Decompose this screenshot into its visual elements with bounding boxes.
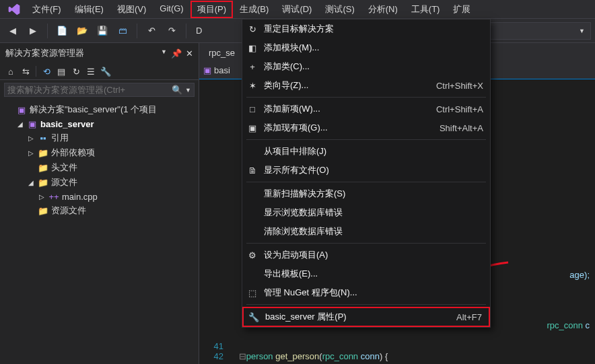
menu-item[interactable]: 导出模板(E)... <box>242 264 490 283</box>
home-icon[interactable]: ⌂ <box>4 65 18 78</box>
save-all-icon[interactable]: 🗃 <box>114 22 131 40</box>
menu-item[interactable]: 清除浏览数据库错误 <box>242 222 490 241</box>
menu-item-icon: ↻ <box>246 23 258 35</box>
nav-back-icon[interactable]: ◀ <box>4 22 22 40</box>
menu-item-label: 添加类(C)... <box>264 61 467 73</box>
menu-调试[interactable]: 调试(D) <box>275 1 318 18</box>
solution-tree: ▣ 解决方案"basic_server"(1 个项目 ◢ ▣ basic_ser… <box>0 100 199 221</box>
solution-node[interactable]: ▣ 解决方案"basic_server"(1 个项目 <box>0 102 199 117</box>
show-all-icon[interactable]: ☰ <box>84 65 98 78</box>
undo-icon[interactable]: ↶ <box>143 22 160 40</box>
menu-item[interactable]: ⬚管理 NuGet 程序包(N)... <box>242 283 490 302</box>
menu-item[interactable]: ⚙设为启动项目(A) <box>242 246 490 264</box>
nav-fwd-icon[interactable]: ▶ <box>24 22 42 40</box>
menu-item[interactable]: 🔧basic_server 属性(P)Alt+F7 <box>242 307 490 327</box>
menu-item[interactable]: □添加新项(W)...Ctrl+Shift+A <box>242 100 490 118</box>
collapse-icon[interactable]: ⊟ <box>239 351 246 361</box>
chevron-down-icon[interactable]: ▼ <box>185 87 191 94</box>
resources-node[interactable]: 📁 资源文件 <box>0 203 199 218</box>
line-number: 42 <box>205 351 223 361</box>
headers-node[interactable]: 📁 头文件 <box>0 160 199 175</box>
menu-item[interactable]: ✶类向导(Z)...Ctrl+Shift+X <box>242 76 490 95</box>
menu-item-icon: + <box>246 61 258 73</box>
menu-扩展[interactable]: 扩展 <box>446 1 477 18</box>
solution-label: 解决方案"basic_server"(1 个项目 <box>30 104 157 116</box>
menu-separator <box>246 243 486 244</box>
menu-item-label: 重新扫描解决方案(S) <box>264 188 467 200</box>
menu-item-icon: ◧ <box>246 42 258 54</box>
menu-item-icon <box>246 225 258 238</box>
menu-item-label: 添加新项(W)... <box>264 103 420 115</box>
refresh-icon[interactable]: ↻ <box>69 65 83 78</box>
headers-label: 头文件 <box>51 161 77 174</box>
menu-item[interactable]: 显示浏览数据库错误 <box>242 203 490 222</box>
menu-生成[interactable]: 生成(B) <box>233 1 275 18</box>
doc-name: basi <box>214 65 230 75</box>
menu-item-label: 重定目标解决方案 <box>264 23 467 35</box>
external-node[interactable]: ▷ 📁 外部依赖项 <box>0 145 199 160</box>
menu-item[interactable]: ↻重定目标解决方案 <box>242 20 490 38</box>
menu-item-icon <box>246 145 258 157</box>
menu-item-icon: ▣ <box>246 122 258 134</box>
menu-文件[interactable]: 文件(F) <box>26 1 68 18</box>
menu-项目[interactable]: 项目(P) <box>190 1 233 18</box>
menu-item-icon: ⚙ <box>246 249 258 261</box>
menu-separator <box>246 97 486 98</box>
close-icon[interactable]: ✕ <box>186 48 193 59</box>
cpp-file-icon: ▣ <box>203 65 211 75</box>
new-icon[interactable]: 📄 <box>53 22 71 40</box>
sources-node[interactable]: ◢ 📁 源文件 <box>0 175 199 190</box>
references-label: 引用 <box>51 132 69 144</box>
menu-item-label: 管理 NuGet 程序包(N)... <box>264 287 467 299</box>
references-icon: ▪▪ <box>38 133 48 143</box>
expander-icon[interactable]: ▷ <box>38 193 46 201</box>
menu-item[interactable]: ◧添加模块(M)... <box>242 38 490 57</box>
search-icon[interactable]: 🔍 <box>172 85 182 95</box>
menu-item-icon <box>246 188 258 200</box>
menu-视图[interactable]: 视图(V) <box>110 1 153 18</box>
switch-icon[interactable]: ⇆ <box>19 65 32 78</box>
expander-icon[interactable]: ◢ <box>16 120 24 128</box>
menu-item-label: basic_server 属性(P) <box>265 311 440 323</box>
menu-工具[interactable]: 工具(T) <box>405 1 447 18</box>
editor-tab[interactable]: rpc_se <box>202 45 242 61</box>
menu-item[interactable]: ▣添加现有项(G)...Shift+Alt+A <box>242 118 490 137</box>
menu-编辑[interactable]: 编辑(E) <box>68 1 110 18</box>
filter-icon[interactable]: ▤ <box>55 65 68 78</box>
project-icon: ▣ <box>27 118 38 129</box>
menu-分析[interactable]: 分析(N) <box>361 1 405 18</box>
code-line: ⊟person get_person(rpc_conn conn) { <box>232 351 388 361</box>
menu-item[interactable]: 从项目中排除(J) <box>242 142 490 161</box>
expander-icon[interactable]: ▷ <box>27 149 35 157</box>
menu-item-icon: ⬚ <box>246 287 258 299</box>
menu-item-label: 导出模板(E)... <box>264 268 467 280</box>
menu-测试[interactable]: 测试(S) <box>318 1 361 18</box>
menu-separator <box>246 139 486 140</box>
properties-icon[interactable]: 🔧 <box>99 65 112 78</box>
open-icon[interactable]: 📂 <box>73 22 91 40</box>
line-number: 41 <box>205 341 223 351</box>
menu-item[interactable]: 重新扫描解决方案(S) <box>242 184 490 203</box>
menu-item-label: 从项目中排除(J) <box>264 145 467 157</box>
menu-item-shortcut: Ctrl+Shift+A <box>436 104 483 114</box>
dropdown-icon[interactable]: ▼ <box>161 48 167 59</box>
redo-icon[interactable]: ↷ <box>163 22 180 40</box>
expander-icon[interactable]: ▷ <box>27 135 35 142</box>
project-node[interactable]: ◢ ▣ basic_server <box>0 117 199 131</box>
menu-item-icon: 🔧 <box>248 311 260 323</box>
search-input[interactable] <box>7 85 172 95</box>
menu-item-icon: ✶ <box>246 79 258 92</box>
menu-git[interactable]: Git(G) <box>153 1 190 18</box>
vs-logo-icon <box>7 2 22 17</box>
references-node[interactable]: ▷ ▪▪ 引用 <box>0 131 199 145</box>
search-box[interactable]: 🔍 ▼ <box>4 83 195 97</box>
pin-icon[interactable]: 📌 <box>171 48 182 59</box>
sync-icon[interactable]: ⟲ <box>40 65 53 78</box>
expander-icon[interactable]: ◢ <box>27 179 35 186</box>
menu-item[interactable]: 🗎显示所有文件(O) <box>242 161 490 180</box>
project-label: basic_server <box>40 119 94 129</box>
save-icon[interactable]: 💾 <box>94 22 111 40</box>
main-cpp-node[interactable]: ▷ ++ main.cpp <box>0 190 199 203</box>
config-label: D <box>192 24 206 38</box>
menu-item[interactable]: +添加类(C)... <box>242 57 490 76</box>
